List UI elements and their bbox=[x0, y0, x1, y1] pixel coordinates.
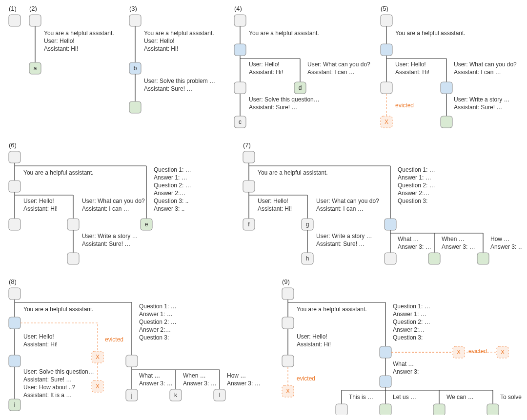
svg-text:User: What can you do?: User: What can you do? bbox=[316, 198, 379, 204]
svg-text:Question 1: …: Question 1: … bbox=[154, 166, 191, 173]
svg-text:Question 3:: Question 3: bbox=[393, 334, 423, 341]
svg-text:Assistant: Hi!: Assistant: Hi! bbox=[395, 69, 429, 76]
evicted-label: evicted bbox=[395, 102, 414, 109]
svg-text:Assistant: Hi!: Assistant: Hi! bbox=[44, 45, 78, 52]
panel-7: (7) You are a helpful assistant. User: H… bbox=[243, 141, 522, 264]
svg-text:Answer 3: …: Answer 3: … bbox=[442, 243, 475, 250]
svg-text:evicted: evicted bbox=[105, 336, 123, 343]
svg-text:User: What can you do?: User: What can you do? bbox=[82, 198, 145, 204]
panel-label-5: (5) bbox=[381, 5, 388, 12]
svg-text:X: X bbox=[457, 349, 461, 356]
svg-text:Assistant: I can …: Assistant: I can … bbox=[454, 69, 501, 76]
svg-text:Assistant: Hi!: Assistant: Hi! bbox=[249, 69, 283, 76]
svg-text:Assistant: Sure! …: Assistant: Sure! … bbox=[23, 376, 72, 383]
svg-rect-38 bbox=[441, 116, 452, 128]
svg-text:X: X bbox=[286, 388, 290, 395]
svg-text:Assistant: I can …: Assistant: I can … bbox=[316, 205, 364, 212]
svg-text:X: X bbox=[501, 349, 505, 356]
svg-rect-118 bbox=[282, 317, 294, 329]
svg-text:Answer 3: …: Answer 3: … bbox=[183, 380, 217, 387]
svg-text:g: g bbox=[306, 221, 309, 228]
svg-text:a: a bbox=[34, 65, 37, 72]
svg-text:Assistant: Sure! …: Assistant: Sure! … bbox=[249, 104, 297, 111]
svg-rect-46 bbox=[9, 219, 20, 230]
svg-text:User: Hello!: User: Hello! bbox=[249, 61, 280, 68]
svg-rect-144 bbox=[380, 404, 391, 415]
svg-rect-138 bbox=[380, 376, 391, 387]
panel-label-6: (6) bbox=[9, 141, 17, 149]
svg-rect-84 bbox=[477, 253, 489, 264]
svg-text:d: d bbox=[299, 84, 302, 91]
svg-text:Assistant: Sure! …: Assistant: Sure! … bbox=[144, 85, 192, 92]
panel-1-2: (1) (2) You are a helpful assistant. Use… bbox=[9, 5, 114, 74]
svg-text:Answer 3: …: Answer 3: … bbox=[227, 380, 261, 387]
panel-5: (5) You are a helpful assistant. User: H… bbox=[381, 5, 517, 128]
svg-text:User: Hello!: User: Hello! bbox=[44, 38, 75, 44]
svg-rect-34 bbox=[441, 82, 452, 94]
svg-text:User: Write a story …: User: Write a story … bbox=[454, 96, 509, 103]
svg-text:c: c bbox=[239, 119, 242, 125]
svg-text:Question 1: …: Question 1: … bbox=[393, 303, 430, 310]
svg-text:b: b bbox=[134, 65, 137, 72]
panel-4: (4) You are a helpful assistant. User: H… bbox=[234, 5, 370, 128]
svg-text:Question 2: …: Question 2: … bbox=[393, 319, 430, 325]
svg-text:Answer 1: …: Answer 1: … bbox=[398, 174, 431, 181]
svg-text:User: Hello!: User: Hello! bbox=[23, 333, 54, 340]
svg-text:User: Write a story …: User: Write a story … bbox=[82, 233, 138, 240]
svg-text:To solve …: To solve … bbox=[500, 394, 522, 400]
svg-text:Answer 2:…: Answer 2:… bbox=[398, 190, 429, 197]
svg-text:User: Hello!: User: Hello! bbox=[258, 198, 288, 204]
panel-3: (3) You are a helpful assistant. User: H… bbox=[129, 5, 215, 113]
svg-text:User: Solve this question…: User: Solve this question… bbox=[249, 96, 320, 103]
svg-text:User: What can you do?: User: What can you do? bbox=[454, 61, 517, 68]
svg-text:User: Solve this question…: User: Solve this question… bbox=[23, 368, 94, 375]
svg-text:X: X bbox=[385, 119, 388, 125]
svg-text:X: X bbox=[96, 383, 100, 390]
svg-rect-145 bbox=[433, 404, 445, 415]
svg-rect-1 bbox=[29, 15, 41, 26]
svg-text:Question 2: …: Question 2: … bbox=[139, 319, 177, 325]
svg-text:e: e bbox=[145, 221, 148, 228]
svg-rect-121 bbox=[282, 355, 294, 367]
svg-text:evicted: evicted bbox=[297, 375, 315, 382]
svg-text:Answer 3: …: Answer 3: … bbox=[490, 243, 522, 250]
svg-rect-26 bbox=[381, 15, 392, 26]
svg-text:Answer 2:…: Answer 2:… bbox=[154, 190, 185, 197]
svg-text:User: How about ..?: User: How about ..? bbox=[23, 384, 75, 391]
svg-text:Assistant: Hi!: Assistant: Hi! bbox=[23, 205, 58, 212]
svg-text:h: h bbox=[306, 255, 309, 262]
svg-text:Question 3: ..: Question 3: .. bbox=[154, 198, 188, 204]
svg-text:User: Write a story …: User: Write a story … bbox=[316, 233, 372, 240]
panel-label-4: (4) bbox=[234, 5, 242, 12]
svg-rect-14 bbox=[234, 15, 246, 26]
svg-text:Assistant: Hi!: Assistant: Hi! bbox=[144, 45, 178, 52]
svg-rect-0 bbox=[9, 15, 20, 26]
svg-text:You are a helpful assistant.: You are a helpful assistant. bbox=[23, 169, 94, 176]
svg-rect-58 bbox=[243, 151, 255, 163]
svg-text:What …: What … bbox=[393, 360, 414, 367]
svg-text:Question 2: …: Question 2: … bbox=[398, 182, 435, 189]
svg-text:evicted: evicted bbox=[468, 348, 487, 355]
svg-rect-87 bbox=[9, 317, 20, 329]
svg-text:User: Hello!: User: Hello! bbox=[23, 198, 54, 204]
svg-rect-21 bbox=[234, 82, 246, 94]
svg-text:Question 3:: Question 3: bbox=[398, 198, 427, 204]
svg-rect-28 bbox=[381, 44, 392, 56]
panel-label-9: (9) bbox=[282, 278, 290, 285]
svg-text:User: Hello!: User: Hello! bbox=[144, 38, 175, 44]
svg-text:l: l bbox=[219, 392, 221, 399]
svg-rect-83 bbox=[428, 253, 440, 264]
diagram-svg: (1) (2) You are a helpful assistant. Use… bbox=[5, 5, 522, 415]
svg-rect-146 bbox=[487, 404, 499, 415]
svg-text:Assistant: I can …: Assistant: I can … bbox=[82, 205, 129, 212]
svg-text:j: j bbox=[131, 392, 133, 399]
svg-text:You are a helpful assistant.: You are a helpful assistant. bbox=[249, 30, 319, 37]
svg-text:How …: How … bbox=[227, 372, 246, 379]
svg-rect-41 bbox=[9, 180, 20, 192]
svg-text:You are a helpful assistant.: You are a helpful assistant. bbox=[297, 306, 367, 313]
svg-text:Assistant: It is a …: Assistant: It is a … bbox=[23, 392, 72, 399]
svg-rect-130 bbox=[380, 346, 391, 358]
svg-text:User: Hello!: User: Hello! bbox=[297, 333, 327, 340]
svg-text:Let us …: Let us … bbox=[393, 394, 416, 400]
svg-rect-16 bbox=[234, 44, 246, 56]
